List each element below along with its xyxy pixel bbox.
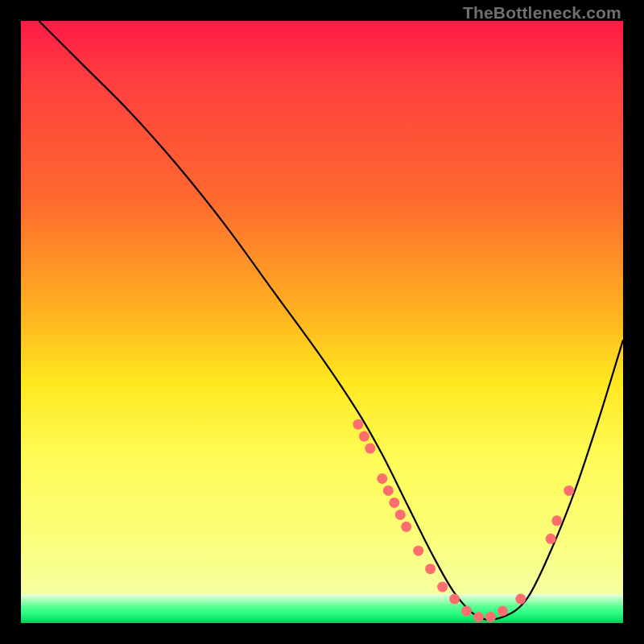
curve-marker bbox=[515, 594, 526, 605]
chart-frame: TheBottleneck.com bbox=[0, 0, 644, 644]
chart-svg bbox=[21, 21, 623, 623]
curve-marker bbox=[413, 546, 423, 556]
curve-marker bbox=[353, 419, 363, 430]
curve-marker bbox=[359, 431, 369, 442]
curve-marker bbox=[437, 582, 448, 592]
curve-marker bbox=[395, 510, 406, 520]
curve-marker bbox=[546, 534, 556, 544]
curve-marker bbox=[425, 564, 436, 574]
curve-marker bbox=[461, 606, 472, 617]
curve-marker bbox=[389, 497, 399, 508]
watermark-label: TheBottleneck.com bbox=[463, 3, 621, 23]
curve-marker bbox=[485, 612, 496, 622]
bottleneck-curve bbox=[39, 21, 623, 620]
curve-marker bbox=[377, 473, 387, 484]
chart-plot-area bbox=[21, 21, 623, 623]
curve-marker bbox=[383, 485, 394, 496]
curve-markers bbox=[353, 419, 574, 622]
curve-marker bbox=[401, 522, 411, 532]
curve-marker bbox=[473, 612, 484, 622]
curve-marker bbox=[449, 594, 460, 605]
curve-marker bbox=[497, 606, 508, 617]
curve-marker bbox=[365, 444, 375, 454]
curve-marker bbox=[564, 485, 574, 496]
curve-marker bbox=[551, 515, 562, 526]
